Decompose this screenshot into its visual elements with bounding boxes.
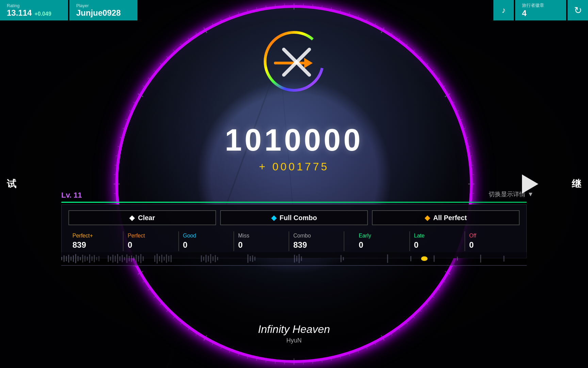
svg-rect-44 bbox=[168, 256, 169, 261]
combo-label: Combo bbox=[293, 233, 340, 239]
full-combo-badge: ◆ Full Combo bbox=[220, 210, 368, 225]
continue-button[interactable]: 继 bbox=[572, 178, 581, 190]
svg-rect-8 bbox=[68, 255, 69, 263]
clear-label: Clear bbox=[138, 214, 155, 222]
svg-rect-26 bbox=[117, 254, 118, 263]
svg-rect-56 bbox=[252, 256, 253, 262]
stat-early: Early 0 bbox=[355, 231, 410, 251]
stat-perfect-plus: Perfect+ 839 bbox=[68, 231, 124, 251]
svg-rect-9 bbox=[70, 257, 71, 260]
stat-miss: Miss 0 bbox=[234, 231, 289, 251]
music-icon-btn[interactable]: ♪ bbox=[493, 0, 514, 20]
retry-button[interactable]: 试 bbox=[7, 178, 16, 190]
svg-rect-35 bbox=[138, 256, 139, 261]
svg-rect-55 bbox=[250, 256, 251, 261]
svg-rect-47 bbox=[203, 257, 204, 260]
perfect-plus-value: 839 bbox=[72, 240, 119, 250]
svg-rect-21 bbox=[98, 256, 99, 261]
svg-rect-43 bbox=[166, 255, 167, 263]
player-label: Player bbox=[76, 3, 131, 8]
results-panel: ◆ Clear ◆ Full Combo ◆ All Perfect Perfe… bbox=[61, 204, 527, 258]
svg-rect-6 bbox=[64, 256, 65, 262]
svg-rect-5 bbox=[61, 257, 62, 260]
svg-rect-15 bbox=[84, 256, 85, 261]
svg-rect-38 bbox=[154, 256, 156, 262]
song-artist: HyuN bbox=[258, 337, 330, 344]
refresh-btn[interactable]: ↻ bbox=[568, 0, 588, 20]
stat-late: Late 0 bbox=[410, 231, 465, 251]
song-title: Infinity Heaven bbox=[258, 323, 330, 336]
svg-rect-61 bbox=[301, 256, 302, 261]
svg-rect-10 bbox=[73, 256, 74, 262]
good-value: 0 bbox=[183, 240, 229, 250]
svg-rect-66 bbox=[434, 256, 435, 262]
stat-perfect: Perfect 0 bbox=[124, 231, 179, 251]
svg-rect-33 bbox=[133, 257, 134, 260]
svg-marker-2 bbox=[304, 58, 313, 68]
player-name: Junjue0928 bbox=[76, 8, 131, 18]
full-combo-label: Full Combo bbox=[280, 214, 317, 222]
play-triangle-icon bbox=[522, 174, 538, 194]
early-label: Early bbox=[359, 233, 405, 239]
svg-rect-17 bbox=[89, 255, 90, 263]
svg-rect-19 bbox=[94, 255, 95, 262]
rating-segment: Rating 13.114 +0.049 bbox=[0, 0, 68, 20]
combo-value: 839 bbox=[293, 240, 340, 250]
perfect-label: Perfect bbox=[128, 233, 174, 239]
svg-rect-16 bbox=[87, 257, 88, 260]
svg-rect-14 bbox=[82, 255, 83, 263]
early-value: 0 bbox=[359, 240, 405, 250]
svg-rect-48 bbox=[206, 255, 207, 263]
miss-label: Miss bbox=[238, 233, 284, 239]
good-label: Good bbox=[183, 233, 229, 239]
clear-icon: ◆ bbox=[129, 214, 134, 222]
music-icon: ♪ bbox=[502, 5, 506, 15]
rating-delta: +0.049 bbox=[34, 11, 51, 17]
svg-rect-67 bbox=[457, 257, 458, 260]
player-segment: Player Junjue0928 bbox=[69, 0, 137, 20]
svg-rect-25 bbox=[115, 256, 116, 261]
svg-rect-18 bbox=[92, 256, 93, 261]
svg-rect-27 bbox=[119, 256, 120, 261]
waveform-area[interactable] bbox=[61, 252, 527, 266]
svg-rect-50 bbox=[210, 254, 211, 263]
song-info: Infinity Heaven HyuN bbox=[258, 323, 330, 344]
svg-rect-34 bbox=[136, 255, 137, 263]
stat-spacer bbox=[344, 231, 355, 251]
badge-label: 旅行者徽章 bbox=[522, 2, 559, 9]
svg-rect-58 bbox=[294, 255, 295, 263]
svg-rect-65 bbox=[410, 256, 411, 261]
score-bonus: + 0001775 bbox=[225, 160, 363, 173]
waveform-bg bbox=[61, 252, 527, 266]
svg-rect-7 bbox=[66, 256, 67, 261]
level-indicator: Lv. 11 bbox=[61, 191, 82, 200]
svg-rect-37 bbox=[143, 256, 144, 261]
svg-rect-54 bbox=[247, 255, 248, 263]
svg-rect-49 bbox=[208, 256, 209, 261]
score-display: 1010000 + 0001775 bbox=[225, 123, 363, 180]
svg-rect-22 bbox=[108, 256, 109, 262]
clear-badge: ◆ Clear bbox=[68, 210, 216, 225]
rating-label: Rating bbox=[7, 3, 61, 8]
off-label: Off bbox=[469, 233, 516, 239]
stat-off: Off 0 bbox=[465, 231, 520, 251]
svg-rect-60 bbox=[299, 254, 300, 263]
svg-rect-32 bbox=[131, 256, 132, 262]
stats-row: Perfect+ 839 Perfect 0 Good 0 Miss 0 Com… bbox=[68, 231, 520, 251]
svg-rect-23 bbox=[110, 257, 111, 260]
all-perfect-badge: ◆ All Perfect bbox=[372, 210, 520, 225]
svg-rect-51 bbox=[213, 256, 214, 261]
stat-good: Good 0 bbox=[179, 231, 234, 251]
game-logo bbox=[260, 27, 328, 95]
svg-rect-28 bbox=[122, 255, 123, 262]
svg-rect-53 bbox=[217, 257, 218, 260]
play-button[interactable] bbox=[520, 174, 540, 194]
svg-rect-42 bbox=[164, 257, 165, 260]
full-combo-icon: ◆ bbox=[271, 214, 276, 222]
svg-rect-29 bbox=[124, 257, 125, 260]
perfect-plus-label: Perfect+ bbox=[72, 233, 119, 239]
svg-rect-30 bbox=[127, 255, 128, 263]
badge-count: 4 bbox=[522, 9, 559, 18]
late-value: 0 bbox=[414, 240, 460, 250]
svg-rect-63 bbox=[343, 257, 344, 260]
